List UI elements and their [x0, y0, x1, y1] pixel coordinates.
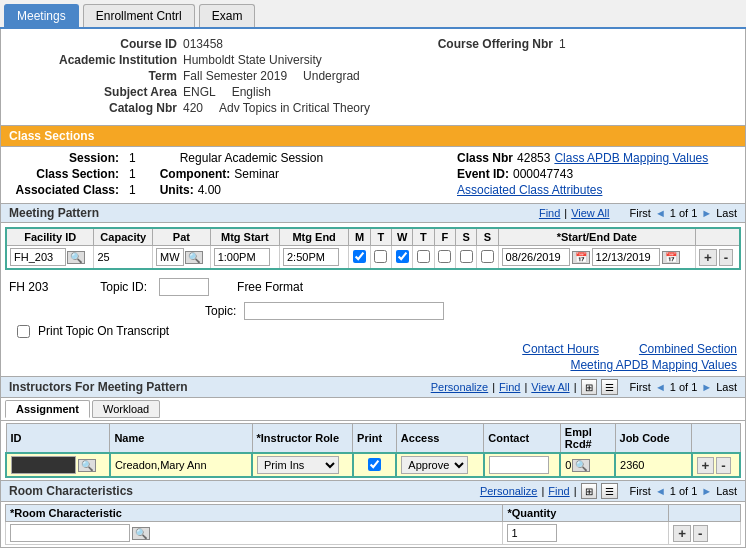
course-id-label: Course ID: [17, 37, 177, 51]
contact-hours-link[interactable]: Contact Hours: [522, 342, 599, 356]
col-w: W: [391, 228, 412, 246]
rc-page-info: 1 of 1: [670, 485, 698, 497]
capacity-value: 25: [97, 251, 109, 263]
instructor-access-select[interactable]: Approve Grade: [401, 456, 468, 474]
rc-grid-btn1[interactable]: ⊞: [581, 483, 597, 499]
meeting-remove-button[interactable]: -: [719, 249, 733, 266]
day-s2-checkbox[interactable]: [481, 250, 494, 263]
instr-find-link[interactable]: Find: [499, 381, 520, 393]
tab-enrollment-cntrl[interactable]: Enrollment Cntrl: [83, 4, 195, 27]
col-instructor-role: *Instructor Role: [252, 424, 353, 454]
room-char-input[interactable]: [10, 524, 130, 542]
print-topic-checkbox[interactable]: [17, 325, 30, 338]
topic-id-label: Topic ID:: [100, 280, 147, 294]
mp-next-arrow[interactable]: ►: [701, 207, 712, 219]
tab-workload[interactable]: Workload: [92, 400, 160, 418]
day-w-checkbox[interactable]: [396, 250, 409, 263]
rc-last-label[interactable]: Last: [716, 485, 737, 497]
mp-first-label[interactable]: First: [630, 207, 651, 219]
instructor-id-input[interactable]: [11, 456, 76, 474]
day-t-checkbox[interactable]: [374, 250, 387, 263]
academic-institution-value: Humboldt State University: [183, 53, 322, 67]
quantity-input[interactable]: [507, 524, 557, 542]
day-f-checkbox[interactable]: [438, 250, 451, 263]
topic-input[interactable]: [244, 302, 444, 320]
facility-search-icon[interactable]: 🔍: [67, 251, 85, 264]
mtg-start-input[interactable]: [214, 248, 270, 266]
rc-prev-arrow[interactable]: ◄: [655, 485, 666, 497]
pat-search-icon[interactable]: 🔍: [185, 251, 203, 264]
tab-assignment[interactable]: Assignment: [5, 400, 90, 418]
room-char-add-button[interactable]: +: [673, 525, 691, 542]
facility-id-input[interactable]: [10, 248, 66, 266]
instr-grid-btn2[interactable]: ☰: [601, 379, 618, 395]
col-name: Name: [110, 424, 252, 454]
instructor-contact-input[interactable]: [489, 456, 549, 474]
tab-meetings[interactable]: Meetings: [4, 4, 79, 27]
empl-rcd-search-icon[interactable]: 🔍: [572, 459, 590, 472]
assoc-class-attr-link[interactable]: Associated Class Attributes: [457, 183, 602, 197]
topic-id-input[interactable]: [159, 278, 209, 296]
col-mtg-end: Mtg End: [280, 228, 349, 246]
room-char-search-icon[interactable]: 🔍: [132, 527, 150, 540]
room-char-title: Room Characteristics: [9, 484, 133, 498]
mp-page-info: 1 of 1: [670, 207, 698, 219]
end-date-input[interactable]: [592, 248, 660, 266]
job-code-value: 2360: [620, 459, 644, 471]
col-th: T: [413, 228, 434, 246]
mtg-end-input[interactable]: [283, 248, 339, 266]
day-m-checkbox[interactable]: [353, 250, 366, 263]
meeting-add-button[interactable]: +: [699, 249, 717, 266]
instr-prev-arrow[interactable]: ◄: [655, 381, 666, 393]
instr-personalize-link[interactable]: Personalize: [431, 381, 488, 393]
mp-last-label[interactable]: Last: [716, 207, 737, 219]
rc-find-link[interactable]: Find: [548, 485, 569, 497]
day-th-checkbox[interactable]: [417, 250, 430, 263]
mp-prev-arrow[interactable]: ◄: [655, 207, 666, 219]
instr-view-all-link[interactable]: View All: [531, 381, 569, 393]
event-id-value: 000047743: [513, 167, 573, 181]
instructor-remove-button[interactable]: -: [716, 457, 730, 474]
combined-section-link[interactable]: Combined Section: [639, 342, 737, 356]
col-m: M: [349, 228, 370, 246]
day-s-checkbox[interactable]: [460, 250, 473, 263]
mp-find-link[interactable]: Find: [539, 207, 560, 219]
free-format-label: Free Format: [237, 280, 303, 294]
end-date-calendar-icon[interactable]: 📅: [662, 251, 680, 264]
col-room-char: *Room Characteristic: [6, 505, 503, 522]
subject-area-label: Subject Area: [17, 85, 177, 99]
rc-grid-btn2[interactable]: ☰: [601, 483, 618, 499]
room-char-remove-button[interactable]: -: [693, 525, 707, 542]
room-char-row: 🔍 + -: [6, 522, 741, 545]
col-f: F: [434, 228, 455, 246]
instr-grid-btn1[interactable]: ⊞: [581, 379, 597, 395]
rc-personalize-link[interactable]: Personalize: [480, 485, 537, 497]
start-date-input[interactable]: [502, 248, 570, 266]
units-label: Units:: [160, 183, 194, 197]
instructor-add-button[interactable]: +: [697, 457, 715, 474]
session-value: 1: [129, 151, 136, 165]
instructor-search-icon[interactable]: 🔍: [78, 459, 96, 472]
rc-first-label[interactable]: First: [630, 485, 651, 497]
col-mtg-start: Mtg Start: [210, 228, 279, 246]
instr-first-label[interactable]: First: [630, 381, 651, 393]
col-capacity: Capacity: [94, 228, 153, 246]
col-s2: S: [477, 228, 498, 246]
instr-last-label[interactable]: Last: [716, 381, 737, 393]
col-quantity: *Quantity: [503, 505, 669, 522]
tab-exam[interactable]: Exam: [199, 4, 256, 27]
pat-input[interactable]: [156, 248, 184, 266]
class-apdb-link[interactable]: Class APDB Mapping Values: [554, 151, 708, 165]
session-desc: Regular Academic Session: [180, 151, 323, 165]
col-start-end-date: *Start/End Date: [498, 228, 695, 246]
meeting-apdb-link[interactable]: Meeting APDB Mapping Values: [570, 358, 737, 372]
topic-label: Topic:: [205, 304, 236, 318]
start-date-calendar-icon[interactable]: 📅: [572, 251, 590, 264]
instr-next-arrow[interactable]: ►: [701, 381, 712, 393]
instructor-print-checkbox[interactable]: [368, 458, 381, 471]
class-section-value: 1: [129, 167, 136, 181]
mp-view-all-link[interactable]: View All: [571, 207, 609, 219]
course-offering-nbr-value: 1: [559, 37, 566, 51]
rc-next-arrow[interactable]: ►: [701, 485, 712, 497]
instructor-role-select[interactable]: Prim Ins Second Ins: [257, 456, 339, 474]
